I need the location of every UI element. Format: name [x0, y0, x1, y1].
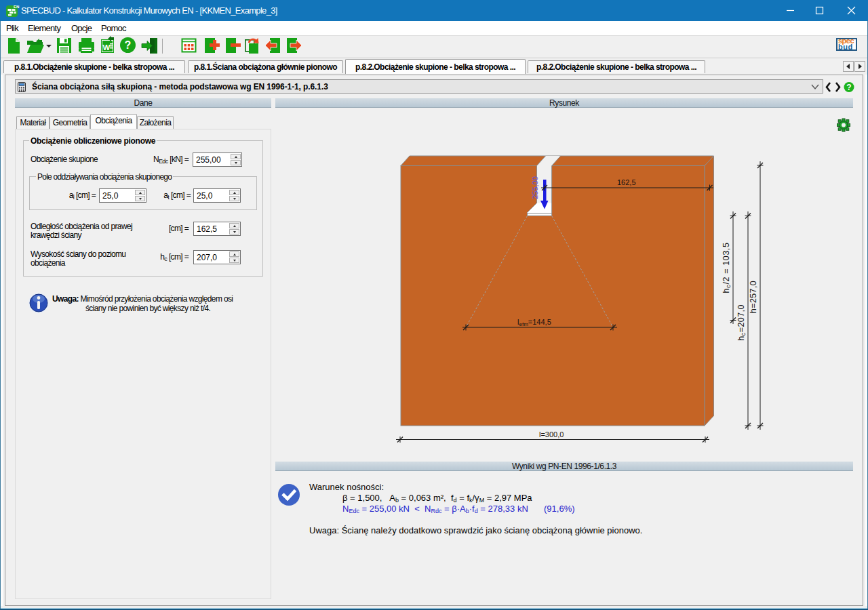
- svg-text:EN: EN: [14, 5, 19, 9]
- svg-text:l=300,0: l=300,0: [539, 430, 564, 439]
- svg-text:255,00: 255,00: [531, 176, 539, 199]
- svg-text:h=257,0: h=257,0: [749, 281, 758, 313]
- svg-text:W: W: [103, 43, 111, 52]
- svg-text:hc/2 = 103,5: hc/2 = 103,5: [722, 243, 732, 293]
- svg-text:?: ?: [846, 83, 851, 92]
- svg-text:162,5: 162,5: [617, 178, 636, 186]
- svg-text:?: ?: [125, 39, 132, 51]
- svg-text:hc=207,0: hc=207,0: [736, 304, 747, 341]
